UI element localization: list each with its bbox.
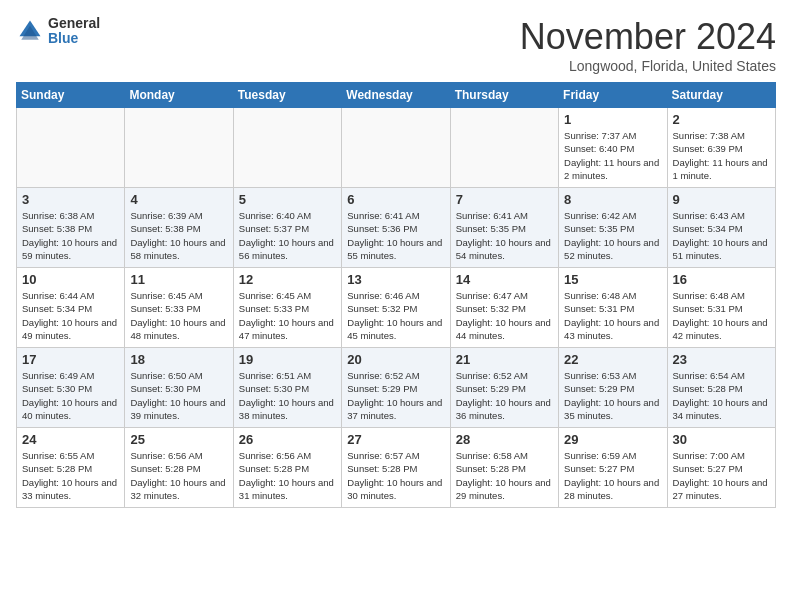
calendar-cell: 14Sunrise: 6:47 AMSunset: 5:32 PMDayligh… xyxy=(450,268,558,348)
title-block: November 2024 Longwood, Florida, United … xyxy=(520,16,776,74)
calendar-cell xyxy=(342,108,450,188)
calendar-cell: 21Sunrise: 6:52 AMSunset: 5:29 PMDayligh… xyxy=(450,348,558,428)
day-info: Sunrise: 6:52 AMSunset: 5:29 PMDaylight:… xyxy=(347,369,444,422)
calendar-cell: 10Sunrise: 6:44 AMSunset: 5:34 PMDayligh… xyxy=(17,268,125,348)
day-number: 21 xyxy=(456,352,553,367)
calendar-cell: 8Sunrise: 6:42 AMSunset: 5:35 PMDaylight… xyxy=(559,188,667,268)
calendar-cell xyxy=(450,108,558,188)
logo-text: General Blue xyxy=(48,16,100,47)
calendar-cell: 22Sunrise: 6:53 AMSunset: 5:29 PMDayligh… xyxy=(559,348,667,428)
calendar-cell: 2Sunrise: 7:38 AMSunset: 6:39 PMDaylight… xyxy=(667,108,775,188)
day-info: Sunrise: 6:58 AMSunset: 5:28 PMDaylight:… xyxy=(456,449,553,502)
calendar-cell: 9Sunrise: 6:43 AMSunset: 5:34 PMDaylight… xyxy=(667,188,775,268)
day-info: Sunrise: 6:56 AMSunset: 5:28 PMDaylight:… xyxy=(239,449,336,502)
day-number: 26 xyxy=(239,432,336,447)
calendar-cell: 20Sunrise: 6:52 AMSunset: 5:29 PMDayligh… xyxy=(342,348,450,428)
day-number: 14 xyxy=(456,272,553,287)
day-info: Sunrise: 7:38 AMSunset: 6:39 PMDaylight:… xyxy=(673,129,770,182)
logo-general-text: General xyxy=(48,16,100,31)
calendar-cell: 13Sunrise: 6:46 AMSunset: 5:32 PMDayligh… xyxy=(342,268,450,348)
calendar-cell: 30Sunrise: 7:00 AMSunset: 5:27 PMDayligh… xyxy=(667,428,775,508)
weekday-header-wednesday: Wednesday xyxy=(342,83,450,108)
day-number: 1 xyxy=(564,112,661,127)
day-info: Sunrise: 6:46 AMSunset: 5:32 PMDaylight:… xyxy=(347,289,444,342)
day-info: Sunrise: 6:39 AMSunset: 5:38 PMDaylight:… xyxy=(130,209,227,262)
calendar-week-row: 24Sunrise: 6:55 AMSunset: 5:28 PMDayligh… xyxy=(17,428,776,508)
day-info: Sunrise: 6:42 AMSunset: 5:35 PMDaylight:… xyxy=(564,209,661,262)
page-header: General Blue November 2024 Longwood, Flo… xyxy=(16,16,776,74)
day-info: Sunrise: 6:50 AMSunset: 5:30 PMDaylight:… xyxy=(130,369,227,422)
day-number: 11 xyxy=(130,272,227,287)
day-info: Sunrise: 6:44 AMSunset: 5:34 PMDaylight:… xyxy=(22,289,119,342)
day-number: 18 xyxy=(130,352,227,367)
day-number: 13 xyxy=(347,272,444,287)
day-info: Sunrise: 6:48 AMSunset: 5:31 PMDaylight:… xyxy=(564,289,661,342)
calendar-cell: 27Sunrise: 6:57 AMSunset: 5:28 PMDayligh… xyxy=(342,428,450,508)
day-info: Sunrise: 6:41 AMSunset: 5:36 PMDaylight:… xyxy=(347,209,444,262)
location-text: Longwood, Florida, United States xyxy=(520,58,776,74)
day-number: 15 xyxy=(564,272,661,287)
weekday-header-monday: Monday xyxy=(125,83,233,108)
calendar-cell: 5Sunrise: 6:40 AMSunset: 5:37 PMDaylight… xyxy=(233,188,341,268)
day-info: Sunrise: 6:45 AMSunset: 5:33 PMDaylight:… xyxy=(239,289,336,342)
day-info: Sunrise: 7:37 AMSunset: 6:40 PMDaylight:… xyxy=(564,129,661,182)
day-info: Sunrise: 6:59 AMSunset: 5:27 PMDaylight:… xyxy=(564,449,661,502)
calendar-week-row: 17Sunrise: 6:49 AMSunset: 5:30 PMDayligh… xyxy=(17,348,776,428)
calendar-cell: 7Sunrise: 6:41 AMSunset: 5:35 PMDaylight… xyxy=(450,188,558,268)
day-number: 3 xyxy=(22,192,119,207)
day-number: 19 xyxy=(239,352,336,367)
calendar-cell: 3Sunrise: 6:38 AMSunset: 5:38 PMDaylight… xyxy=(17,188,125,268)
calendar-cell: 1Sunrise: 7:37 AMSunset: 6:40 PMDaylight… xyxy=(559,108,667,188)
day-number: 22 xyxy=(564,352,661,367)
day-info: Sunrise: 6:57 AMSunset: 5:28 PMDaylight:… xyxy=(347,449,444,502)
calendar-cell: 11Sunrise: 6:45 AMSunset: 5:33 PMDayligh… xyxy=(125,268,233,348)
calendar-cell: 15Sunrise: 6:48 AMSunset: 5:31 PMDayligh… xyxy=(559,268,667,348)
day-number: 24 xyxy=(22,432,119,447)
day-number: 10 xyxy=(22,272,119,287)
day-info: Sunrise: 6:51 AMSunset: 5:30 PMDaylight:… xyxy=(239,369,336,422)
weekday-header-friday: Friday xyxy=(559,83,667,108)
day-number: 7 xyxy=(456,192,553,207)
day-info: Sunrise: 7:00 AMSunset: 5:27 PMDaylight:… xyxy=(673,449,770,502)
calendar-cell: 16Sunrise: 6:48 AMSunset: 5:31 PMDayligh… xyxy=(667,268,775,348)
logo-blue-text: Blue xyxy=(48,31,100,46)
day-number: 17 xyxy=(22,352,119,367)
day-info: Sunrise: 6:48 AMSunset: 5:31 PMDaylight:… xyxy=(673,289,770,342)
logo-icon xyxy=(16,17,44,45)
day-number: 29 xyxy=(564,432,661,447)
calendar-cell: 4Sunrise: 6:39 AMSunset: 5:38 PMDaylight… xyxy=(125,188,233,268)
day-info: Sunrise: 6:47 AMSunset: 5:32 PMDaylight:… xyxy=(456,289,553,342)
calendar-cell: 26Sunrise: 6:56 AMSunset: 5:28 PMDayligh… xyxy=(233,428,341,508)
calendar-cell: 28Sunrise: 6:58 AMSunset: 5:28 PMDayligh… xyxy=(450,428,558,508)
day-number: 4 xyxy=(130,192,227,207)
day-info: Sunrise: 6:45 AMSunset: 5:33 PMDaylight:… xyxy=(130,289,227,342)
calendar-week-row: 10Sunrise: 6:44 AMSunset: 5:34 PMDayligh… xyxy=(17,268,776,348)
calendar-cell: 25Sunrise: 6:56 AMSunset: 5:28 PMDayligh… xyxy=(125,428,233,508)
calendar-week-row: 3Sunrise: 6:38 AMSunset: 5:38 PMDaylight… xyxy=(17,188,776,268)
day-number: 2 xyxy=(673,112,770,127)
logo: General Blue xyxy=(16,16,100,47)
day-info: Sunrise: 6:53 AMSunset: 5:29 PMDaylight:… xyxy=(564,369,661,422)
calendar-cell: 6Sunrise: 6:41 AMSunset: 5:36 PMDaylight… xyxy=(342,188,450,268)
day-info: Sunrise: 6:54 AMSunset: 5:28 PMDaylight:… xyxy=(673,369,770,422)
day-info: Sunrise: 6:43 AMSunset: 5:34 PMDaylight:… xyxy=(673,209,770,262)
calendar-week-row: 1Sunrise: 7:37 AMSunset: 6:40 PMDaylight… xyxy=(17,108,776,188)
day-number: 20 xyxy=(347,352,444,367)
calendar-table: SundayMondayTuesdayWednesdayThursdayFrid… xyxy=(16,82,776,508)
day-info: Sunrise: 6:52 AMSunset: 5:29 PMDaylight:… xyxy=(456,369,553,422)
calendar-cell xyxy=(17,108,125,188)
day-number: 9 xyxy=(673,192,770,207)
calendar-cell: 29Sunrise: 6:59 AMSunset: 5:27 PMDayligh… xyxy=(559,428,667,508)
weekday-header-thursday: Thursday xyxy=(450,83,558,108)
day-number: 8 xyxy=(564,192,661,207)
day-number: 12 xyxy=(239,272,336,287)
day-number: 23 xyxy=(673,352,770,367)
calendar-cell: 18Sunrise: 6:50 AMSunset: 5:30 PMDayligh… xyxy=(125,348,233,428)
calendar-cell: 12Sunrise: 6:45 AMSunset: 5:33 PMDayligh… xyxy=(233,268,341,348)
calendar-cell: 19Sunrise: 6:51 AMSunset: 5:30 PMDayligh… xyxy=(233,348,341,428)
day-info: Sunrise: 6:41 AMSunset: 5:35 PMDaylight:… xyxy=(456,209,553,262)
day-number: 27 xyxy=(347,432,444,447)
day-info: Sunrise: 6:55 AMSunset: 5:28 PMDaylight:… xyxy=(22,449,119,502)
calendar-cell xyxy=(125,108,233,188)
weekday-header-tuesday: Tuesday xyxy=(233,83,341,108)
